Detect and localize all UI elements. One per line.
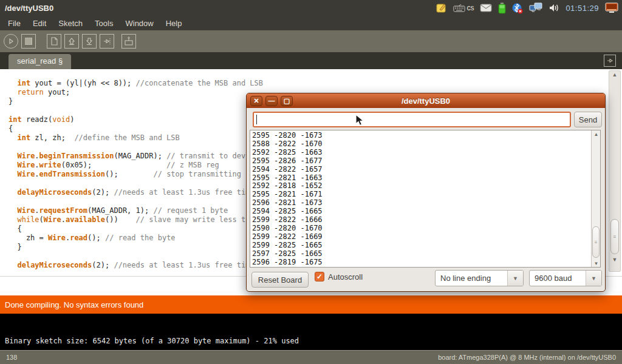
tab-serial-read[interactable]: serial_read § xyxy=(9,54,71,69)
display-icon[interactable] xyxy=(605,2,618,14)
code-line: while(Wire.available()) // slave may wri… xyxy=(9,215,263,224)
window-buttons: ✕ — ▢ xyxy=(250,96,293,106)
build-console: Binary sketch size: 6542 bytes (of a 307… xyxy=(0,314,622,350)
serial-scroll-down[interactable]: ▼ xyxy=(592,261,601,266)
menu-file[interactable]: File xyxy=(2,17,26,30)
serial-monitor-titlebar[interactable]: /dev/ttyUSB0 ✕ — ▢ xyxy=(247,93,605,108)
close-button[interactable]: ✕ xyxy=(250,96,262,106)
arduino-ide-screen: /dev/ttyUSB0 cs 01:5 xyxy=(0,0,622,364)
top-panel: /dev/ttyUSB0 cs 01:5 xyxy=(0,0,622,16)
volume-icon[interactable] xyxy=(549,2,559,14)
compile-status-bar: Done compiling. No syntax errors found xyxy=(0,295,622,314)
line-ending-dropdown[interactable]: No line ending ▼ xyxy=(435,270,524,286)
send-button[interactable]: Send xyxy=(574,112,602,127)
console-output: Binary sketch size: 6542 bytes (of a 307… xyxy=(5,337,299,345)
code-line xyxy=(9,197,263,206)
menu-edit[interactable]: Edit xyxy=(27,17,52,30)
line-number: 138 xyxy=(6,354,17,361)
code-line: } xyxy=(9,97,263,106)
stop-button[interactable] xyxy=(21,34,36,49)
code-line: { xyxy=(9,124,263,133)
serial-scrollbar-thumb[interactable]: ≡ xyxy=(592,226,600,258)
baud-rate-dropdown[interactable]: 9600 baud ▼ xyxy=(529,270,602,286)
serial-output-text: 2595 -2820 -1673 2588 -2822 -1670 2592 -… xyxy=(250,130,600,267)
code-line: delayMicroseconds(2); //needs at least 1… xyxy=(9,188,263,197)
serial-monitor-title: /dev/ttyUSB0 xyxy=(247,96,605,106)
minimize-button[interactable]: — xyxy=(265,96,278,106)
autoscroll-label: Autoscroll xyxy=(328,272,363,281)
battery-icon[interactable] xyxy=(498,2,506,14)
mail-icon[interactable] xyxy=(480,2,492,14)
serial-monitor-button[interactable] xyxy=(121,34,136,49)
menu-help[interactable]: Help xyxy=(160,17,188,30)
code-line: Wire.requestFrom(MAG_ADDR, 1); // reques… xyxy=(9,206,263,215)
tab-bar: serial_read § xyxy=(0,52,622,69)
serial-output-area[interactable]: 2595 -2820 -1673 2588 -2822 -1670 2592 -… xyxy=(250,130,601,268)
chevron-down-icon[interactable]: ▼ xyxy=(586,271,601,286)
code-line: zh = Wire.read(); // read the byte xyxy=(9,234,263,243)
code-line: Wire.beginTransmission(MAG_ADDR); // tra… xyxy=(9,152,263,161)
line-ending-value: No line ending xyxy=(436,271,507,286)
serial-monitor-window: /dev/ttyUSB0 ✕ — ▢ Send 2595 -2820 -1673… xyxy=(246,93,606,292)
code-line xyxy=(9,252,263,261)
bottom-status-bar: 138 board: ATmega328P(A) @ 8 MHz (intern… xyxy=(0,350,622,364)
code-line xyxy=(9,143,263,152)
reset-board-button[interactable]: Reset Board xyxy=(251,272,309,288)
network-icon[interactable] xyxy=(529,2,542,14)
serial-scroll-up[interactable]: ▲ xyxy=(592,132,601,137)
system-tray: cs 01:51:29 xyxy=(436,2,618,14)
tab-menu-button[interactable] xyxy=(604,55,616,67)
code-line: int zl, zh; //define the MSB and LSB xyxy=(9,133,263,143)
note-icon[interactable] xyxy=(436,2,447,14)
editor-scrollbar-thumb[interactable]: ≡ xyxy=(610,219,619,254)
code-line: int yout = (yl|(yh << 8)); //concatenate… xyxy=(9,79,263,88)
menu-window[interactable]: Window xyxy=(120,17,159,30)
code-line: Wire.write(0x05); // z MSB reg xyxy=(9,161,263,170)
new-sketch-button[interactable] xyxy=(47,34,61,49)
bluetooth-icon[interactable] xyxy=(512,2,523,14)
code-line xyxy=(9,106,263,115)
code-line: delayMicroseconds(2); //needs at least 1… xyxy=(9,261,263,270)
serial-scrollbar[interactable]: ▲ ≡ ▼ xyxy=(591,130,600,267)
verify-button[interactable] xyxy=(4,34,18,49)
autoscroll-checkbox[interactable]: ✓ xyxy=(315,272,324,281)
baud-rate-value: 9600 baud xyxy=(530,271,586,286)
toolbar xyxy=(0,30,622,52)
window-title: /dev/ttyUSB0 xyxy=(5,4,53,13)
scroll-up-arrow[interactable]: ▲ xyxy=(609,72,620,78)
keyboard-layout-label: cs xyxy=(466,4,474,12)
code-line: int readz(void) xyxy=(9,115,263,124)
editor-scrollbar[interactable]: ▲ ≡ ▼ xyxy=(609,70,621,272)
code-line: Wire.endTransmission(); // stop transmit… xyxy=(9,170,263,179)
upload-button[interactable] xyxy=(100,34,114,49)
code-line: { xyxy=(9,224,263,234)
code-line: } xyxy=(9,243,263,252)
serial-monitor-controls: Reset Board ✓ Autoscroll No line ending … xyxy=(247,271,605,289)
code-line xyxy=(9,179,263,188)
text-caret xyxy=(256,115,257,124)
menubar: FileEditSketchToolsWindowHelp xyxy=(0,16,622,30)
keyboard-icon[interactable]: cs xyxy=(453,2,474,14)
scroll-down-arrow[interactable]: ▼ xyxy=(609,257,620,263)
clock[interactable]: 01:51:29 xyxy=(566,4,599,13)
code-text[interactable]: int yout = (yl|(yh << 8)); //concatenate… xyxy=(9,79,263,270)
compile-status-text: Done compiling. No syntax errors found xyxy=(5,300,143,309)
maximize-button[interactable]: ▢ xyxy=(281,96,293,106)
code-line: return yout; xyxy=(9,88,263,97)
menu-sketch[interactable]: Sketch xyxy=(53,17,88,30)
menu-tools[interactable]: Tools xyxy=(89,17,118,30)
board-info: board: ATmega328P(A) @ 8 MHz (internal) … xyxy=(438,354,616,361)
serial-input-field[interactable] xyxy=(253,112,571,127)
chevron-down-icon[interactable]: ▼ xyxy=(507,271,523,286)
save-sketch-button[interactable] xyxy=(82,34,97,49)
open-sketch-button[interactable] xyxy=(64,34,79,49)
